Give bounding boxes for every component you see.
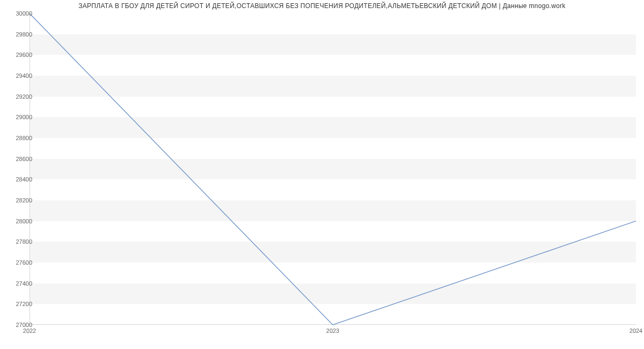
y-tick-label: 30000 xyxy=(8,10,32,17)
y-tick-label: 28200 xyxy=(8,197,32,203)
y-tick-label: 28400 xyxy=(8,176,32,183)
y-tick-label: 29800 xyxy=(8,31,32,38)
plot-area xyxy=(30,13,636,325)
y-tick-label: 27800 xyxy=(8,238,32,245)
chart-container: ЗАРПЛАТА В ГБОУ ДЛЯ ДЕТЕЙ СИРОТ И ДЕТЕЙ,… xyxy=(0,0,644,349)
x-tick-label: 2022 xyxy=(23,328,36,334)
x-tick-label: 2023 xyxy=(326,328,339,334)
y-tick-label: 28800 xyxy=(8,135,32,141)
y-tick-label: 27200 xyxy=(8,301,32,307)
y-tick-label: 27600 xyxy=(8,259,32,266)
y-tick-label: 29200 xyxy=(8,93,32,100)
chart-title: ЗАРПЛАТА В ГБОУ ДЛЯ ДЕТЕЙ СИРОТ И ДЕТЕЙ,… xyxy=(0,2,644,10)
series-line xyxy=(30,13,636,325)
y-tick-label: 29400 xyxy=(8,72,32,79)
y-tick-label: 28600 xyxy=(8,156,32,162)
x-tick-label: 2024 xyxy=(630,328,642,334)
y-tick-label: 28000 xyxy=(8,218,32,224)
line-series xyxy=(30,13,636,325)
y-tick-label: 29600 xyxy=(8,52,32,58)
y-tick-label: 27400 xyxy=(8,280,32,287)
y-tick-label: 29000 xyxy=(8,114,32,120)
